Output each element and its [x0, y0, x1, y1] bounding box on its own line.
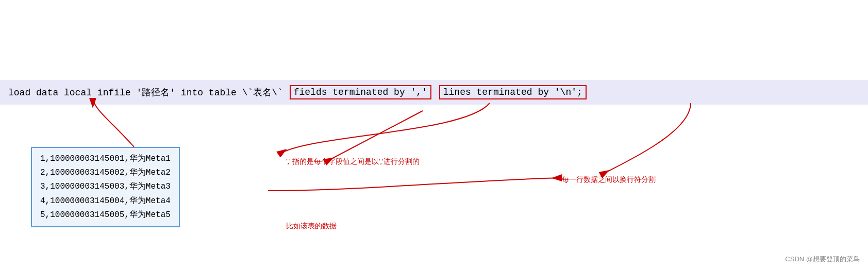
sql-lines-box: lines terminated by '\n'; [439, 85, 587, 99]
footer: CSDN @想要登顶的菜鸟 [785, 255, 860, 264]
sql-line: load data local infile '路径名' into table … [0, 80, 868, 105]
data-row-3: 3,100000003145003,华为Meta3 [40, 180, 171, 194]
main-container: load data local infile '路径名' into table … [0, 0, 868, 268]
data-row-1: 1,100000003145001,华为Meta1 [40, 152, 171, 166]
data-row-5: 5,100000003145005,华为Meta5 [40, 208, 171, 222]
data-row-2: 2,100000003145002,华为Meta2 [40, 166, 171, 180]
data-row-4: 4,100000003145004,华为Meta4 [40, 194, 171, 208]
sql-prefix: load data local infile '路径名' into table … [8, 86, 283, 98]
arrows-overlay [0, 0, 868, 268]
fields-annotation: ',' 指的是每个字段值之间是以','进行分割的 [286, 157, 420, 166]
data-box: 1,100000003145001,华为Meta1 2,100000003145… [31, 147, 180, 227]
lines-annotation: 每一行数据之间以换行符分割 [562, 175, 656, 185]
svg-line-3 [325, 113, 418, 160]
svg-line-2 [325, 111, 423, 162]
sql-fields-box: fields terminated by ',' [290, 85, 431, 99]
data-annotation: 比如该表的数据 [286, 222, 337, 231]
